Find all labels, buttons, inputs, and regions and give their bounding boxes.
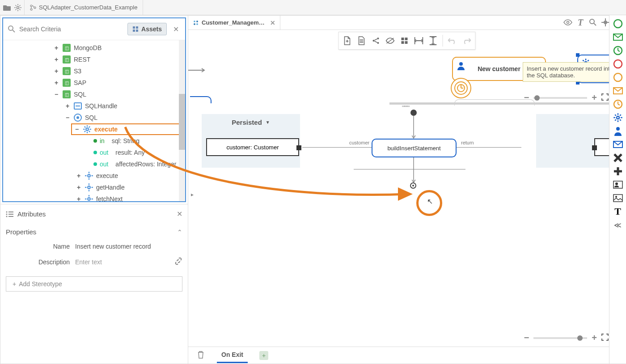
text-icon[interactable]: T	[575, 17, 585, 27]
fullscreen-icon[interactable]	[601, 334, 609, 343]
tree-param-in-sql[interactable]: in sql: String	[4, 135, 184, 147]
image-icon[interactable]	[612, 192, 624, 204]
gear-blue-icon[interactable]	[612, 112, 624, 123]
person-blue-icon[interactable]	[612, 125, 624, 137]
gear-icon[interactable]	[13, 3, 22, 12]
zoom-in-icon[interactable]: +	[592, 93, 597, 103]
gear-icon	[83, 125, 92, 134]
mail-green-icon[interactable]	[612, 31, 624, 43]
chevron-up-icon: ⌃	[177, 229, 182, 236]
svg-rect-131	[613, 195, 622, 202]
panel-expand-icon[interactable]: ▸	[191, 191, 195, 199]
link-icon[interactable]	[174, 257, 182, 267]
left-panel: Assets ✕ +◫MongoDB +◫REST +◫S3 +◫SAP −◫S…	[0, 15, 188, 364]
svg-point-12	[8, 26, 13, 30]
close-icon[interactable]: ✕	[270, 19, 275, 26]
circle-green-icon[interactable]	[612, 18, 624, 30]
property-name: Name Insert new customer record	[6, 239, 182, 254]
add-stereotype-button[interactable]: +Add Stereotype	[6, 276, 182, 292]
svg-rect-14	[133, 26, 135, 29]
tree-item-sqlhandle[interactable]: +SQLHandle	[4, 100, 184, 112]
clock-green-icon[interactable]	[612, 45, 624, 56]
attributes-title: Attributes	[17, 210, 46, 218]
start-node-icon[interactable]	[410, 110, 417, 116]
tab-sql-example[interactable]: SQLAdapter_CustomerData_Example	[24, 0, 143, 15]
name-value[interactable]: Insert new customer record	[75, 243, 151, 250]
svg-point-125	[616, 127, 620, 131]
svg-point-116	[616, 116, 619, 119]
svg-point-9	[30, 5, 32, 7]
tree-item-gethandle[interactable]: +getHandle	[4, 182, 184, 193]
svg-point-32	[88, 186, 90, 189]
assets-label: Assets	[141, 25, 162, 33]
search-input[interactable]	[16, 23, 127, 35]
mail-blue-icon[interactable]	[612, 139, 624, 150]
node-build-statement[interactable]: buildInsertStatement	[372, 139, 457, 157]
circle-red-icon[interactable]	[612, 58, 624, 70]
svg-point-80	[459, 62, 463, 66]
editor-tab-customer-mgmt[interactable]: Customer_Managem… ✕	[188, 16, 280, 30]
close-icon[interactable]: ✕	[171, 25, 181, 34]
gear-icon	[85, 195, 93, 201]
properties-section[interactable]: Properties ⌃	[6, 224, 182, 239]
svg-point-53	[590, 19, 594, 24]
svg-line-6	[20, 9, 21, 10]
trash-icon[interactable]	[197, 351, 204, 360]
tree-item-fetchnext[interactable]: +fetchNext	[4, 193, 184, 201]
zoom-slider[interactable]	[533, 337, 587, 339]
tree-item-sql-sub[interactable]: −SQL	[4, 112, 184, 123]
clock-orange-icon[interactable]	[612, 98, 624, 110]
field-customer[interactable]: customer: Customer	[206, 138, 299, 156]
svg-rect-16	[133, 30, 135, 32]
branch-icon	[30, 4, 36, 11]
svg-point-49	[196, 21, 198, 22]
eye-icon[interactable]	[563, 17, 573, 27]
chevron-down-icon[interactable]: ▼	[266, 120, 270, 125]
element-palette: T ≪	[609, 15, 626, 364]
asset-browser: Assets ✕ +◫MongoDB +◫REST +◫S3 +◫SAP −◫S…	[2, 17, 186, 202]
zoom-slider[interactable]	[533, 97, 587, 99]
zoom-controls-lower: − +	[524, 333, 620, 343]
x-icon[interactable]	[612, 152, 624, 164]
search-icon[interactable]	[588, 17, 598, 27]
plus-icon[interactable]	[612, 165, 624, 177]
user-card-icon[interactable]	[612, 179, 624, 190]
timer-badge-icon	[450, 77, 472, 99]
tab-on-exit[interactable]: On Exit	[217, 347, 248, 363]
svg-point-27	[88, 174, 90, 177]
tree-item-execute2[interactable]: +execute	[4, 170, 184, 182]
node-tooltip: Insert a new customer record into the SQ…	[523, 62, 620, 82]
tree-item-sql[interactable]: −◫SQL	[4, 89, 184, 100]
tree-item-rest[interactable]: +◫REST	[4, 54, 184, 65]
end-node-icon[interactable]	[410, 182, 416, 189]
scrollbar-thumb[interactable]	[179, 94, 185, 150]
zoom-out-icon[interactable]: −	[524, 93, 529, 103]
fullscreen-icon[interactable]	[601, 93, 609, 102]
mail-orange-icon[interactable]	[612, 85, 624, 97]
svg-line-94	[583, 60, 584, 61]
tree-item-mongodb[interactable]: +◫MongoDB	[4, 42, 184, 54]
description-input[interactable]: Enter text	[75, 258, 102, 266]
text-bold-icon[interactable]: T	[612, 206, 624, 217]
pane-splitter[interactable]: ═══	[188, 102, 626, 107]
collapse-icon[interactable]: ≪	[612, 219, 624, 231]
tree-item-sap[interactable]: +◫SAP	[4, 77, 184, 89]
add-tab-button[interactable]: +	[259, 351, 268, 360]
assets-filter-badge[interactable]: Assets	[127, 23, 167, 35]
tree-param-out-result[interactable]: out result: Any	[4, 147, 184, 158]
asset-tree[interactable]: +◫MongoDB +◫REST +◫S3 +◫SAP −◫SQL +SQLHa…	[3, 40, 185, 201]
zoom-out-icon[interactable]: −	[524, 333, 529, 343]
tree-item-s3[interactable]: +◫S3	[4, 65, 184, 77]
folder-icon[interactable]	[3, 3, 12, 12]
close-icon[interactable]: ✕	[177, 210, 182, 218]
svg-point-37	[88, 198, 90, 200]
circle-orange-icon[interactable]	[612, 72, 624, 83]
flow-arrow	[188, 68, 206, 72]
connector	[302, 147, 372, 148]
svg-line-109	[618, 51, 620, 51]
zoom-in-icon[interactable]: +	[592, 333, 597, 343]
svg-line-7	[16, 9, 17, 10]
tree-item-execute-highlighted[interactable]: − execute	[71, 123, 184, 135]
svg-point-50	[194, 23, 195, 25]
tree-param-out-rows[interactable]: out affectedRows: Integer	[4, 158, 184, 170]
